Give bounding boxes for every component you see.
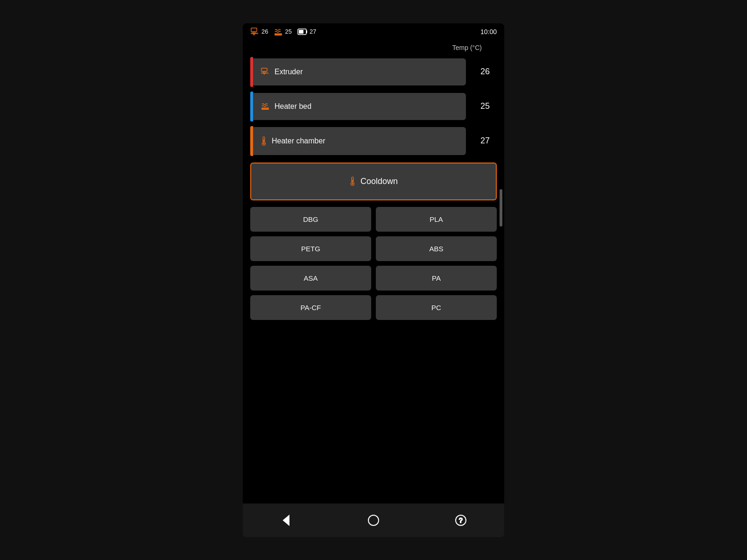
heater-bed-card-icon: [261, 102, 270, 111]
sensor-row-extruder[interactable]: Extruder 26: [250, 57, 497, 87]
extruder-temp: 26: [473, 67, 497, 77]
phone-container: 26 25 27 10:0: [243, 23, 504, 537]
status-icons-group: 26 25 27: [250, 28, 316, 36]
status-heater-bed-icon: [274, 28, 283, 36]
extruder-card-icon: [261, 68, 270, 76]
status-bar: 26 25 27 10:0: [243, 23, 504, 40]
material-btn-pa-cf[interactable]: PA-CF: [250, 295, 371, 320]
heater-bed-temp: 25: [473, 101, 497, 111]
material-btn-pc[interactable]: PC: [376, 295, 497, 320]
heater-bed-card[interactable]: Heater bed: [253, 93, 466, 120]
svg-rect-7: [299, 30, 303, 34]
extruder-label: Extruder: [275, 68, 303, 76]
status-extruder-temp: 26: [261, 28, 268, 35]
svg-rect-9: [261, 68, 267, 71]
status-extruder-icon: [250, 28, 260, 36]
cooldown-icon: [349, 177, 356, 186]
status-heater-bed-group: 25: [274, 28, 291, 36]
temp-header: Temp (°C): [243, 40, 504, 54]
svg-point-24: [368, 515, 379, 525]
svg-marker-23: [283, 516, 289, 525]
help-icon: ?: [454, 514, 467, 527]
material-btn-pla[interactable]: PLA: [376, 207, 497, 232]
main-content: Temp (°C) Extruder 26: [243, 40, 504, 503]
material-grid: DBG PLA PETG ABS ASA PA PA-CF PC: [250, 207, 497, 320]
material-btn-dbg[interactable]: DBG: [250, 207, 371, 232]
status-time: 10:00: [480, 28, 497, 35]
status-battery-icon: [297, 28, 308, 35]
back-icon: [280, 514, 293, 527]
material-btn-pa[interactable]: PA: [376, 266, 497, 291]
status-chamber-group: 27: [297, 28, 316, 35]
svg-rect-5: [275, 34, 282, 35]
heater-chamber-card-icon: [261, 136, 267, 146]
status-heater-bed-temp: 25: [285, 28, 291, 35]
svg-point-21: [352, 183, 353, 185]
svg-text:?: ?: [459, 517, 463, 524]
heater-chamber-label: Heater chamber: [272, 137, 325, 145]
cooldown-label: Cooldown: [360, 177, 398, 186]
status-chamber-temp: 27: [310, 28, 316, 35]
material-btn-petg[interactable]: PETG: [250, 236, 371, 261]
status-extruder-group: 26: [250, 28, 268, 36]
svg-rect-8: [306, 30, 307, 33]
nav-home-button[interactable]: [356, 510, 391, 531]
svg-rect-3: [251, 33, 258, 34]
sensor-row-heater-chamber[interactable]: Heater chamber 27: [250, 126, 497, 156]
scrollbar-thumb[interactable]: [500, 189, 502, 227]
home-icon: [367, 514, 380, 527]
heater-chamber-temp: 27: [473, 136, 497, 146]
cooldown-button[interactable]: Cooldown: [250, 163, 497, 200]
extruder-card[interactable]: Extruder: [253, 58, 466, 85]
heater-bed-label: Heater bed: [275, 102, 311, 111]
sensor-row-heater-bed[interactable]: Heater bed 25: [250, 92, 497, 121]
nav-bar: ?: [243, 503, 504, 537]
svg-rect-14: [261, 108, 269, 110]
material-btn-asa[interactable]: ASA: [250, 266, 371, 291]
nav-help-button[interactable]: ?: [443, 510, 479, 531]
material-btn-abs[interactable]: ABS: [376, 236, 497, 261]
svg-point-17: [263, 142, 265, 144]
nav-back-button[interactable]: [268, 510, 304, 531]
heater-chamber-card[interactable]: Heater chamber: [253, 127, 466, 155]
svg-rect-0: [251, 28, 257, 32]
svg-rect-12: [261, 72, 268, 74]
